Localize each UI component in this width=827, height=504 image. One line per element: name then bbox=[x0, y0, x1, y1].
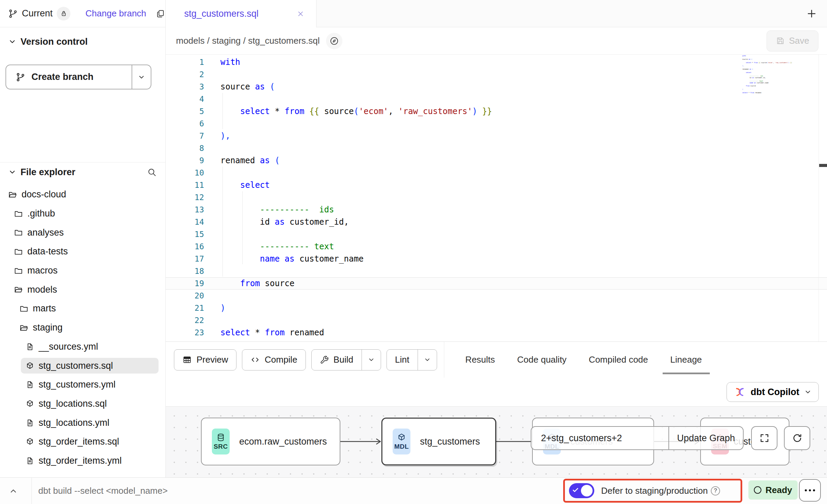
tree-item-models[interactable]: models bbox=[0, 280, 165, 299]
tree-item-docs-cloud[interactable]: docs-cloud bbox=[0, 185, 165, 204]
lint-menu-toggle[interactable] bbox=[418, 350, 437, 370]
tree-item-stg-order-items-sql[interactable]: stg_order_items.sql bbox=[0, 432, 165, 451]
tree-item-staging[interactable]: staging bbox=[0, 318, 165, 337]
code-line: 13 ---------- ids bbox=[166, 204, 827, 216]
compile-button[interactable]: Compile bbox=[242, 349, 306, 370]
fullscreen-icon bbox=[759, 433, 770, 443]
line-number: 4 bbox=[166, 93, 204, 105]
lineage-selector-input[interactable]: 2+stg_customers+2 bbox=[531, 427, 668, 449]
branch-locked-chip bbox=[57, 7, 70, 20]
create-branch-menu-toggle[interactable] bbox=[132, 65, 151, 89]
git-branch-icon bbox=[8, 9, 18, 18]
code-line: 15 bbox=[166, 228, 827, 240]
new-tab-button[interactable] bbox=[806, 9, 817, 19]
tab-stg-customers-sql[interactable]: stg_customers.sql bbox=[166, 0, 316, 27]
chevron-down-icon bbox=[424, 356, 431, 363]
lineage-node-stg-customers[interactable]: MDL stg_customers bbox=[381, 418, 496, 465]
line-number: 13 bbox=[166, 204, 204, 216]
copy-icon[interactable] bbox=[156, 9, 165, 18]
tree-item--sources-yml[interactable]: __sources.yml bbox=[0, 337, 165, 356]
breadcrumb: models / staging / stg_customers.sql bbox=[176, 36, 320, 46]
tree-item-data-tests[interactable]: data-tests bbox=[0, 242, 165, 261]
command-input[interactable]: dbt build --select <model_name> bbox=[38, 478, 168, 504]
save-button[interactable]: Save bbox=[767, 30, 818, 52]
tab-compiled-code[interactable]: Compiled code bbox=[589, 354, 648, 365]
tree-item-macros[interactable]: macros bbox=[0, 261, 165, 280]
file-explorer-title: File explorer bbox=[21, 167, 76, 178]
create-branch-button[interactable]: Create branch bbox=[5, 65, 151, 89]
search-icon[interactable] bbox=[147, 167, 157, 177]
tree-item-stg-customers-sql[interactable]: stg_customers.sql bbox=[0, 356, 165, 375]
defer-annotation-box: Defer to staging/production ? bbox=[563, 479, 742, 503]
line-number: 3 bbox=[166, 81, 204, 93]
code-line: 6 bbox=[166, 117, 827, 130]
tree-item--github[interactable]: .github bbox=[0, 204, 165, 223]
tree-item-analyses[interactable]: analyses bbox=[0, 223, 165, 242]
defer-label: Defer to staging/production bbox=[601, 486, 708, 496]
line-number: 22 bbox=[166, 314, 204, 326]
tree-item-stg-locations-yml[interactable]: stg_locations.yml bbox=[0, 413, 165, 432]
more-options-button[interactable] bbox=[799, 479, 821, 502]
tree-item-stg-locations-sql[interactable]: stg_locations.sql bbox=[0, 394, 165, 414]
editor-minimap[interactable]: with source as ( select * from {{ source… bbox=[742, 55, 794, 94]
lint-split-button[interactable]: Lint bbox=[387, 349, 437, 370]
editor-scrollbar-track bbox=[818, 55, 819, 341]
preview-button[interactable]: Preview bbox=[174, 349, 236, 370]
build-split-button[interactable]: Build bbox=[311, 349, 381, 370]
code-editor[interactable]: 1with2 3source as (4 5 select * from {{ … bbox=[166, 55, 827, 341]
change-branch-link[interactable]: Change branch bbox=[85, 8, 146, 19]
help-icon[interactable]: ? bbox=[711, 486, 720, 495]
line-number: 18 bbox=[166, 265, 204, 277]
lint-button[interactable]: Lint bbox=[387, 350, 418, 370]
version-control-header[interactable]: Version control bbox=[0, 32, 165, 51]
file-explorer-section: File explorer docs-cloud.githubanalysesd… bbox=[0, 158, 165, 477]
code-line: 4 bbox=[166, 93, 827, 105]
build-button[interactable]: Build bbox=[312, 350, 362, 370]
editor-scrollbar-thumb[interactable] bbox=[819, 164, 827, 167]
tree-item-label: .github bbox=[27, 208, 55, 219]
sidebar: Version control Create branch File explo… bbox=[0, 27, 166, 477]
tree-item-stg-order-items-yml[interactable]: stg_order_items.yml bbox=[0, 451, 165, 471]
line-number: 9 bbox=[166, 154, 204, 167]
refresh-button[interactable] bbox=[784, 426, 810, 450]
lineage-node-source[interactable]: SRC ecom.raw_customers bbox=[201, 418, 340, 465]
chevron-down-icon bbox=[8, 38, 16, 46]
folder-icon bbox=[14, 247, 23, 256]
code-line: 22 bbox=[166, 314, 827, 326]
tree-item-label: stg_customers.sql bbox=[39, 361, 113, 371]
line-number: 23 bbox=[166, 326, 204, 339]
defer-toggle[interactable] bbox=[569, 483, 594, 498]
tree-item-label: stg_locations.yml bbox=[39, 418, 109, 428]
file-explorer-header[interactable]: File explorer bbox=[0, 163, 165, 182]
build-menu-toggle[interactable] bbox=[362, 350, 381, 370]
copilot-row: dbt Copilot bbox=[166, 378, 827, 407]
bottom-panel: Preview Compile Build L bbox=[166, 341, 827, 477]
dots-icon bbox=[805, 489, 807, 491]
fullscreen-button[interactable] bbox=[751, 426, 777, 450]
update-graph-button[interactable]: Update Graph bbox=[669, 427, 743, 449]
close-tab-icon[interactable] bbox=[297, 10, 304, 18]
statusbar-divider bbox=[31, 478, 32, 504]
chevron-down-icon bbox=[368, 356, 375, 363]
chevron-down-icon bbox=[804, 388, 812, 396]
model-badge: MDL bbox=[393, 429, 410, 454]
folder-open-icon bbox=[14, 285, 23, 294]
minimap-line: select * from {{ source('ecom', 'raw_cus… bbox=[742, 62, 794, 64]
chevron-up-icon[interactable] bbox=[9, 487, 18, 495]
copilot-label: dbt Copilot bbox=[751, 387, 799, 397]
preview-label: Preview bbox=[196, 354, 228, 365]
copilot-compass-icon[interactable] bbox=[326, 33, 342, 49]
tab-results[interactable]: Results bbox=[465, 354, 495, 365]
tab-code-quality[interactable]: Code quality bbox=[517, 354, 567, 365]
dbt-copilot-button[interactable]: dbt Copilot bbox=[727, 382, 819, 402]
lineage-canvas[interactable]: SRC ecom.raw_customers MDL stg_customers… bbox=[166, 407, 827, 477]
create-branch-main[interactable]: Create branch bbox=[6, 65, 132, 89]
compile-label: Compile bbox=[265, 354, 297, 365]
tree-item-stg-customers-yml[interactable]: stg_customers.yml bbox=[0, 375, 165, 394]
tab-lineage[interactable]: Lineage bbox=[670, 354, 702, 365]
tree-item-marts[interactable]: marts bbox=[0, 299, 165, 318]
tree-item-label: staging bbox=[33, 322, 63, 333]
file-icon bbox=[26, 419, 34, 427]
file-tree: docs-cloud.githubanalysesdata-testsmacro… bbox=[0, 185, 165, 470]
wrench-icon bbox=[320, 355, 329, 364]
